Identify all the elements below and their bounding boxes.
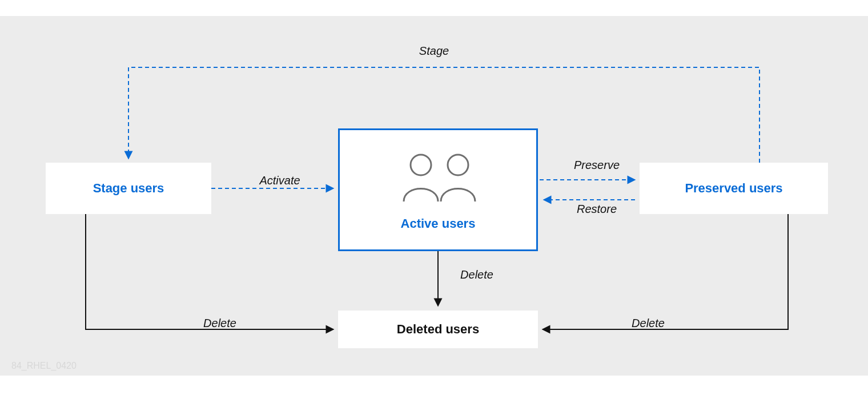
edge-label-stage: Stage bbox=[400, 45, 468, 58]
edge-label-preserve: Preserve bbox=[562, 159, 631, 172]
users-icon bbox=[392, 149, 484, 206]
edge-label-restore: Restore bbox=[562, 203, 631, 216]
edge-label-delete-preserved: Delete bbox=[614, 317, 682, 330]
footer-id: 84_RHEL_0420 bbox=[11, 361, 77, 371]
diagram-canvas: Stage users Active users Preserved users… bbox=[0, 0, 868, 395]
edge-label-delete-stage: Delete bbox=[186, 317, 254, 330]
edge-label-activate: Activate bbox=[246, 174, 314, 187]
node-deleted-users: Deleted users bbox=[338, 311, 538, 348]
node-active-users: Active users bbox=[338, 128, 538, 251]
node-stage-users: Stage users bbox=[46, 163, 211, 214]
node-preserved-users: Preserved users bbox=[640, 163, 828, 214]
node-deleted-users-label: Deleted users bbox=[397, 322, 479, 337]
svg-point-1 bbox=[448, 155, 468, 175]
edge-label-delete-active: Delete bbox=[443, 268, 511, 281]
node-preserved-users-label: Preserved users bbox=[685, 181, 782, 196]
svg-point-0 bbox=[411, 155, 431, 175]
node-stage-users-label: Stage users bbox=[93, 181, 164, 196]
node-active-users-label: Active users bbox=[401, 216, 476, 231]
